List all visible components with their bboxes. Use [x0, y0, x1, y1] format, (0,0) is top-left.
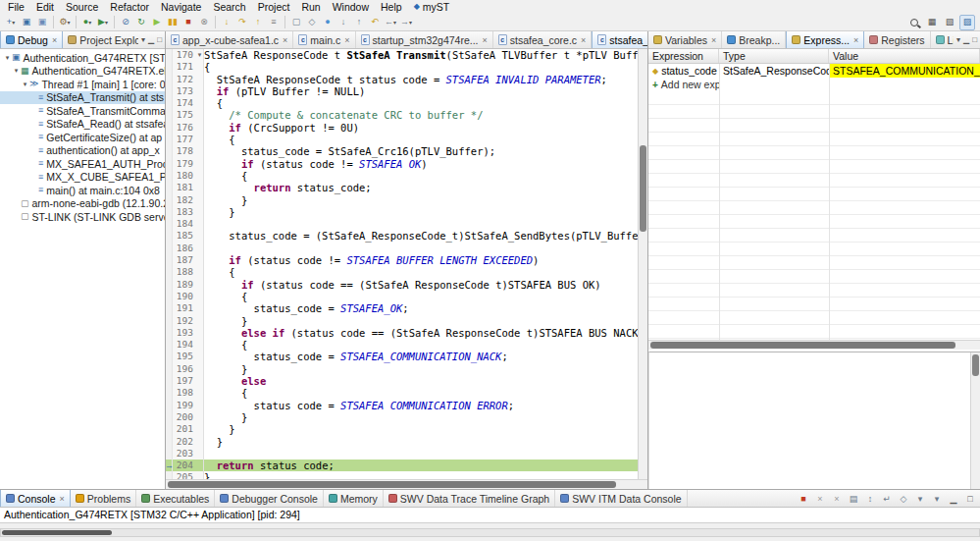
line-number[interactable]: 179	[173, 158, 196, 170]
line-number[interactable]: 170	[173, 49, 196, 61]
line-number[interactable]: 174	[173, 97, 196, 109]
code-line[interactable]: 199 status_code = STSAFEA_COMMUNICATION_…	[166, 400, 638, 411]
code-line[interactable]: 197 else	[166, 375, 638, 387]
code-line[interactable]: 180 {	[166, 170, 638, 182]
code-line[interactable]: 179 if (status_code != STSAFEA_OK)	[166, 158, 638, 170]
code-line[interactable]: 192 }	[166, 315, 638, 327]
line-number[interactable]: 195	[173, 351, 196, 362]
detail-vscroll-thumb[interactable]	[972, 354, 979, 376]
remove-all-launches-icon[interactable]: ×	[830, 492, 844, 506]
fold-marker[interactable]: ▾	[196, 49, 204, 61]
line-number[interactable]: 196	[173, 363, 196, 375]
editor-tab-startup-stm32g474re[interactable]: cstartup_stm32g474re...×	[356, 31, 493, 48]
menu-project[interactable]: Project	[252, 0, 296, 14]
editor-tab-stsafea-core-c[interactable]: cstsafea_core.c×	[493, 31, 593, 48]
open-perspective-icon[interactable]: ▦	[924, 15, 940, 30]
line-number[interactable]: 201	[173, 423, 196, 435]
code-line[interactable]: 176 if (CrcSupport != 0U)	[166, 122, 638, 134]
code-line[interactable]: 201 }	[166, 423, 638, 435]
step-into-icon[interactable]: ↓	[219, 15, 234, 30]
editor-tab-stsafea-service-c[interactable]: cstsafea_service.c×	[592, 31, 647, 48]
debug-perspective-icon[interactable]: ▨	[959, 15, 975, 30]
menu-window[interactable]: Window	[327, 0, 375, 14]
line-number[interactable]: 177	[173, 134, 196, 145]
prev-annotation-icon[interactable]: ↑	[351, 15, 367, 30]
line-number[interactable]: 198	[173, 387, 196, 399]
tree-item[interactable]: ▾≫Thread #1 [main] 1 [core: 0]	[0, 78, 165, 91]
tree-item[interactable]: ≡MX_SAFEA1_AUTH_Proc	[0, 157, 165, 171]
twisty-icon[interactable]: ▾	[12, 67, 21, 75]
view-tab-live-ex[interactable]: Live Ex...	[931, 31, 954, 48]
menu-navigate[interactable]: Navigate	[155, 0, 207, 14]
code-line[interactable]: →204 return status_code;	[166, 460, 638, 471]
line-number[interactable]: 203	[173, 448, 196, 460]
maximize-icon[interactable]: □	[963, 492, 977, 506]
line-number[interactable]: 176	[173, 122, 196, 134]
clear-console-icon[interactable]: ▤	[847, 492, 860, 506]
debug-tree[interactable]: ▾▣Authentication_G474RETX [STM3▾▦Authent…	[0, 49, 165, 489]
line-number[interactable]: 172	[173, 74, 196, 85]
view-tab-swv-itm-data-console[interactable]: SWV ITM Data Console	[555, 490, 687, 507]
line-number[interactable]: 204	[173, 460, 196, 471]
code-line[interactable]: 183 }	[166, 206, 638, 218]
tree-item[interactable]: ▾▦Authentication_G474RETX.elf [	[0, 65, 165, 79]
code-line[interactable]: 200 }	[166, 411, 638, 423]
add-expression-row[interactable]: +Add new expr...	[648, 78, 980, 91]
editor-vscroll-thumb[interactable]	[640, 145, 646, 232]
tree-item[interactable]: ≡MX_X_CUBE_SAFEA1_Pro	[0, 171, 165, 185]
editor-tab-app-x-cube-safea1-c[interactable]: capp_x-cube-safea1.c×	[166, 31, 293, 48]
line-number[interactable]: 175	[173, 109, 196, 121]
view-tab-project-explorer[interactable]: Project Explorer	[63, 31, 138, 48]
line-number[interactable]: 189	[173, 279, 196, 291]
line-number[interactable]: 200	[173, 411, 196, 423]
column-header-type[interactable]: Type	[719, 49, 829, 63]
cpp-perspective-icon[interactable]: ▧	[942, 15, 957, 30]
code-line[interactable]: 193 else if (status_code == (StSafeA_Res…	[166, 327, 638, 339]
code-line[interactable]: 178 status_code = StSafeA_Crc16(pTLV_Buf…	[166, 145, 638, 157]
save-all-icon[interactable]: ▣	[34, 15, 50, 30]
code-line[interactable]: 184	[166, 218, 638, 230]
code-line[interactable]: 171{	[166, 61, 638, 73]
console-content[interactable]: Authentication_G474RETX [STM32 C/C++ App…	[0, 508, 980, 522]
minimize-icon[interactable]: ▁	[148, 36, 154, 44]
column-header-expression[interactable]: Expression	[648, 49, 719, 63]
menu-source[interactable]: Source	[60, 0, 104, 14]
view-tab-registers[interactable]: Registers	[864, 31, 930, 48]
view-menu-icon[interactable]: ▾	[141, 36, 145, 44]
code-line[interactable]: 194 {	[166, 339, 638, 351]
window-hscrollbar[interactable]	[0, 528, 980, 537]
editor-hscroll-thumb[interactable]	[168, 481, 616, 488]
instruction-stepping-icon[interactable]: ≡	[266, 15, 282, 30]
line-number[interactable]: 185	[173, 230, 196, 242]
view-tab-debugger-console[interactable]: Debugger Console	[215, 490, 324, 507]
display-selected-console-icon[interactable]: ▾	[913, 492, 927, 506]
view-tab-variables[interactable]: Variables×	[648, 31, 722, 48]
code-line[interactable]: 173 if (pTLV_Buffer != NULL)	[166, 85, 638, 97]
view-tab-breakp[interactable]: Breakp...	[722, 31, 786, 48]
suspend-icon[interactable]: ▮▮	[165, 15, 181, 30]
search-icon[interactable]	[906, 15, 922, 30]
view-tab-express[interactable]: Express...×	[786, 31, 864, 48]
view-tab-console[interactable]: Console×	[0, 490, 71, 507]
close-icon[interactable]: ×	[283, 35, 287, 45]
code-line[interactable]: 198 {	[166, 387, 638, 399]
line-number[interactable]: 183	[173, 206, 196, 218]
close-icon[interactable]: ×	[483, 35, 488, 45]
editor-vscrollbar[interactable]	[638, 49, 647, 479]
code-line[interactable]: 174 {	[166, 97, 638, 109]
tree-item[interactable]: ▢arm-none-eabi-gdb (12.1.90.2	[0, 197, 165, 211]
terminate-icon[interactable]: ■	[797, 492, 810, 506]
disconnect-icon[interactable]: ⊗	[196, 15, 212, 30]
line-number[interactable]: 184	[173, 218, 196, 230]
debug-icon[interactable]: ●▾	[79, 15, 95, 30]
twisty-icon[interactable]: ▾	[3, 54, 12, 62]
skip-breakpoints-icon[interactable]: ⊘	[118, 15, 133, 30]
build-icon[interactable]: ⚙▾	[57, 15, 73, 30]
line-number[interactable]: 171	[173, 61, 196, 73]
code-line[interactable]: 205}	[166, 471, 638, 479]
close-icon[interactable]: ×	[853, 35, 858, 45]
word-wrap-icon[interactable]: ↵	[880, 492, 894, 506]
menu-edit[interactable]: Edit	[30, 0, 60, 14]
window-hscroll-thumb[interactable]	[2, 530, 112, 535]
code-line[interactable]: 195 status_code = STSAFEA_COMMUNICATION_…	[166, 351, 638, 362]
